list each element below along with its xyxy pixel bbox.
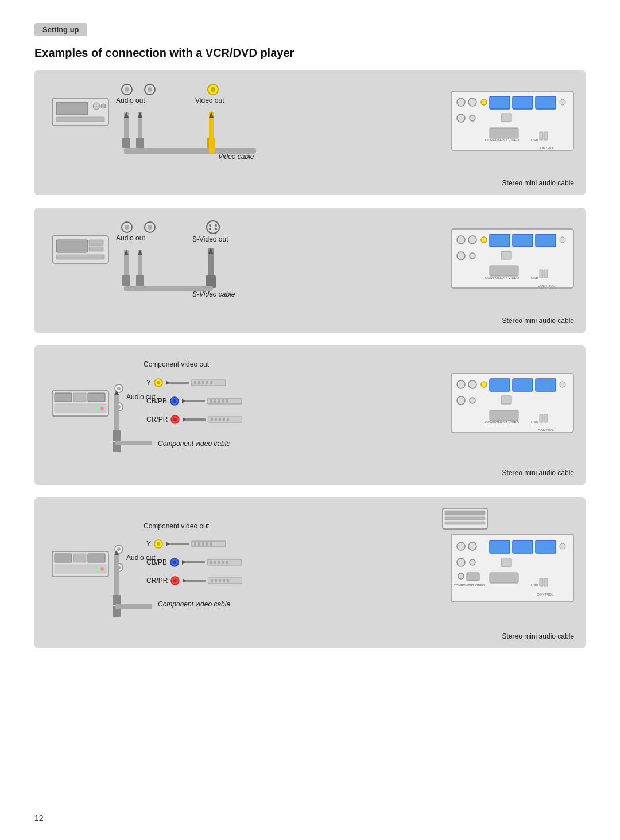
svg-rect-165: [194, 542, 196, 546]
svg-rect-13: [138, 112, 142, 143]
svg-point-171: [173, 561, 176, 564]
svg-rect-18: [209, 138, 215, 154]
svg-rect-127: [115, 441, 152, 445]
svg-rect-187: [219, 579, 221, 582]
svg-rect-28: [536, 96, 556, 109]
svg-rect-200: [490, 540, 510, 553]
svg-marker-173: [182, 560, 185, 565]
component-cable-label-2: Component video cable: [158, 600, 230, 608]
component-out-label-2: Component video out: [144, 522, 209, 530]
svg-point-159: [117, 566, 121, 569]
svg-rect-27: [513, 96, 533, 109]
svg-rect-54: [122, 275, 130, 286]
projector-panel-3: COMPONENT VIDEO USB CONTROL: [451, 373, 574, 435]
svg-rect-210: [540, 578, 543, 586]
diagram-composite: Audio out Video out: [34, 70, 586, 195]
svg-rect-40: [56, 240, 88, 252]
svg-text:COMPONENT VIDEO: COMPONENT VIDEO: [454, 584, 485, 587]
svg-point-203: [560, 543, 565, 549]
cr-label-2: CR/PR: [146, 577, 168, 585]
svg-rect-109: [222, 399, 224, 403]
svg-point-102: [173, 399, 176, 403]
svg-rect-58: [206, 275, 216, 288]
svg-rect-134: [536, 379, 556, 391]
svg-point-23: [457, 98, 465, 106]
svg-point-49: [209, 224, 211, 227]
svg-rect-148: [445, 522, 485, 524]
svg-text:CONTROL: CONTROL: [537, 593, 554, 596]
svg-marker-60: [124, 250, 129, 255]
svg-rect-53: [124, 250, 129, 281]
svg-marker-62: [208, 248, 213, 254]
svg-rect-35: [544, 132, 548, 140]
svg-rect-26: [490, 96, 510, 109]
svg-point-88: [117, 387, 121, 390]
svg-point-51: [209, 228, 211, 230]
stereo-cable-label-3: Stereo mini audio cable: [46, 469, 574, 477]
svg-text:COMPONENT VIDEO: COMPONENT VIDEO: [485, 421, 520, 424]
svg-point-48: [207, 221, 219, 234]
audio-connectors-3: [114, 383, 124, 412]
svg-point-92: [157, 381, 160, 384]
svg-rect-208: [501, 559, 512, 567]
svg-marker-19: [124, 112, 129, 118]
svg-point-24: [468, 98, 476, 106]
svg-point-86: [100, 407, 104, 410]
svg-rect-211: [544, 578, 548, 586]
svg-rect-119: [223, 418, 225, 421]
svg-point-204: [457, 558, 465, 566]
page-title: Examples of connection with a VCR/DVD pl…: [34, 46, 586, 60]
svg-point-137: [470, 398, 475, 403]
svg-rect-100: [210, 381, 212, 384]
svg-rect-16: [207, 138, 215, 148]
component-connectors-2: Y CB/PB CR/PR: [146, 539, 242, 586]
svg-rect-186: [215, 579, 217, 582]
svg-rect-99: [206, 381, 208, 384]
svg-marker-20: [138, 112, 142, 118]
svg-rect-56: [136, 275, 144, 286]
svideo-cable-label: S-Video cable: [192, 290, 235, 298]
svg-rect-73: [501, 251, 512, 259]
svg-point-66: [481, 237, 487, 243]
projector-panel-4: COMPONENT VIDEO USB CONTROL: [451, 534, 574, 604]
svg-text:CONTROL: CONTROL: [538, 284, 555, 287]
svg-rect-175: [210, 561, 212, 564]
svg-marker-183: [183, 578, 186, 583]
vcr-device-1: [52, 98, 109, 128]
video-out-connector: [207, 83, 219, 98]
svg-point-154: [95, 567, 98, 571]
svg-text:USB: USB: [531, 584, 538, 587]
svg-point-198: [457, 542, 465, 550]
svg-rect-15: [209, 112, 214, 143]
vcr-device-2: [52, 235, 109, 266]
svg-point-70: [560, 237, 565, 243]
diagram-component-2: Component video out Y CB/PB CR/PR: [34, 497, 586, 648]
svg-rect-133: [513, 379, 533, 391]
dvd-device-1: [52, 390, 109, 418]
svg-rect-108: [218, 399, 220, 403]
svg-point-64: [457, 236, 465, 244]
svg-rect-147: [445, 517, 485, 520]
svg-marker-114: [183, 417, 186, 422]
svg-rect-209: [490, 573, 518, 583]
svg-rect-14: [136, 138, 144, 148]
svg-point-206: [458, 573, 464, 579]
svg-rect-178: [222, 561, 224, 564]
svg-point-3: [101, 104, 106, 108]
svg-point-10: [211, 87, 215, 92]
diagram-component-1: Component video out Y CB/PB: [34, 345, 586, 485]
svg-rect-153: [55, 565, 106, 573]
svg-text:COMPONENT VIDEO: COMPONENT VIDEO: [485, 276, 520, 279]
svg-rect-83: [88, 393, 105, 402]
svg-text:COMPONENT VIDEO: COMPONENT VIDEO: [485, 138, 520, 142]
svg-rect-141: [544, 414, 548, 422]
switch-box: [442, 508, 488, 531]
svg-rect-117: [215, 418, 217, 421]
svg-point-205: [470, 559, 475, 565]
svg-rect-118: [219, 418, 221, 421]
page-title-text: Examples of connection with a VCR/DVD pl…: [34, 46, 294, 59]
svg-rect-167: [202, 542, 204, 546]
svg-rect-188: [223, 579, 225, 582]
component-out-label-1: Component video out: [144, 360, 209, 368]
svg-point-129: [457, 380, 465, 388]
